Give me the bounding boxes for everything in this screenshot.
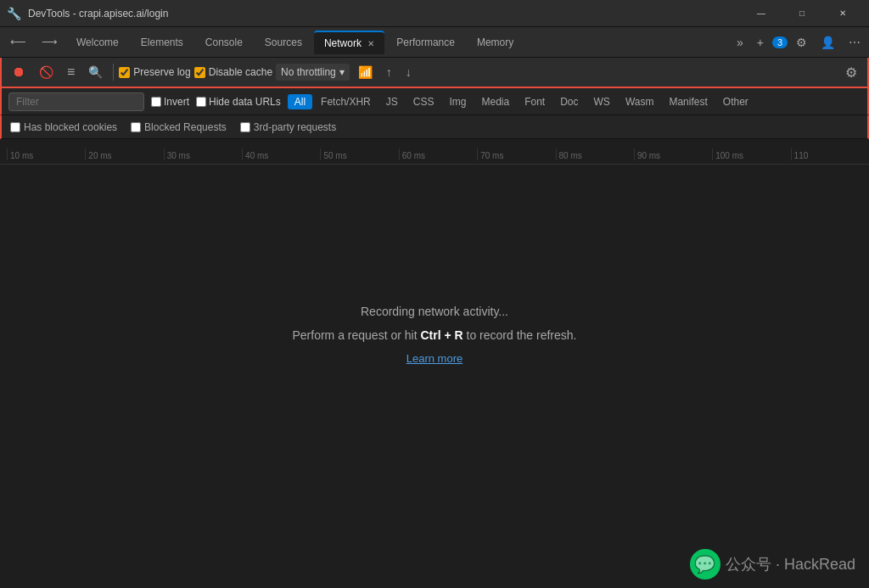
invert-checkbox-label[interactable]: All Invert xyxy=(151,96,189,108)
timeline-mark-1: 20 ms xyxy=(85,148,163,160)
hide-data-urls-checkbox[interactable] xyxy=(196,97,206,107)
close-button[interactable]: ✕ xyxy=(823,0,862,27)
filter-button[interactable]: ≡ xyxy=(62,61,80,83)
window-controls: — □ ✕ xyxy=(742,0,862,27)
hide-data-urls-checkbox-label[interactable]: Hide data URLs xyxy=(196,96,281,108)
tab-extras: » + 3 ⚙ 👤 ⋯ xyxy=(732,32,866,53)
filter-input[interactable] xyxy=(8,92,144,111)
timeline-mark-0: 10 ms xyxy=(7,148,85,160)
download-button[interactable]: ↓ xyxy=(401,62,417,82)
preserve-log-label[interactable]: Preserve log xyxy=(119,66,190,78)
filter-type-other[interactable]: Other xyxy=(716,94,755,109)
record-hint: Perform a request or hit Ctrl + R to rec… xyxy=(293,328,577,342)
timeline-mark-4: 50 ms xyxy=(320,148,398,160)
wechat-icon: 💬 xyxy=(690,549,720,580)
clear-icon: 🚫 xyxy=(39,65,53,79)
watermark-text: 公众号 · HackRead xyxy=(726,554,855,574)
upload-button[interactable]: ↑ xyxy=(381,62,397,82)
disable-cache-label[interactable]: Disable cache xyxy=(194,66,272,78)
timeline-mark-10: 110 xyxy=(791,148,869,160)
nav-forward-button[interactable]: ⟶ xyxy=(35,32,64,52)
timeline-mark-5: 60 ms xyxy=(399,148,477,160)
blocked-requests-label[interactable]: Blocked Requests xyxy=(131,121,227,133)
filter-type-font[interactable]: Font xyxy=(518,94,552,109)
watermark: 💬 公众号 · HackRead xyxy=(690,549,855,580)
timeline-mark-3: 40 ms xyxy=(242,148,320,160)
menu-button[interactable]: ⋯ xyxy=(844,32,866,53)
toolbar-divider-1 xyxy=(113,64,114,81)
search-icon: 🔍 xyxy=(88,65,103,79)
throttling-dropdown[interactable]: No throttling ▾ xyxy=(276,64,350,81)
filter-type-fetch[interactable]: Fetch/XHR xyxy=(314,94,378,109)
tab-welcome[interactable]: Welcome xyxy=(66,31,129,53)
filter-type-media[interactable]: Media xyxy=(474,94,516,109)
tab-elements[interactable]: Elements xyxy=(131,31,193,53)
tab-bar: ⟵ ⟶ Welcome Elements Console Sources Net… xyxy=(0,27,869,58)
tab-network[interactable]: Network ✕ xyxy=(314,31,384,54)
tab-console[interactable]: Console xyxy=(195,31,253,53)
wifi-icon[interactable]: 📶 xyxy=(353,62,378,82)
window-title: DevTools - crapi.apisec.ai/login xyxy=(28,8,735,20)
clear-button[interactable]: 🚫 xyxy=(34,62,59,82)
filter-type-css[interactable]: CSS xyxy=(406,94,441,109)
tab-performance[interactable]: Performance xyxy=(386,31,465,53)
add-tab-button[interactable]: + xyxy=(752,32,769,53)
settings-button[interactable]: ⚙ xyxy=(791,32,812,53)
filter-type-all[interactable]: All xyxy=(288,94,312,109)
blocked-requests-checkbox[interactable] xyxy=(131,122,141,132)
more-tabs-button[interactable]: » xyxy=(732,32,748,53)
search-button[interactable]: 🔍 xyxy=(83,62,108,82)
filter-type-wasm[interactable]: Wasm xyxy=(619,94,661,109)
filter-type-manifest[interactable]: Manifest xyxy=(662,94,714,109)
main-content: Recording network activity... Perform a … xyxy=(0,165,869,504)
checkbox-row: Has blocked cookies Blocked Requests 3rd… xyxy=(0,115,869,139)
blocked-cookies-checkbox[interactable] xyxy=(10,122,20,132)
devtools-icon: 🔧 xyxy=(7,7,21,20)
third-party-requests-label[interactable]: 3rd-party requests xyxy=(240,121,336,133)
tab-close-icon[interactable]: ✕ xyxy=(367,39,374,48)
network-settings-button[interactable]: ⚙ xyxy=(840,61,862,84)
network-toolbar: ⏺ 🚫 ≡ 🔍 Preserve log Disable cache No th… xyxy=(0,58,869,88)
timeline-mark-6: 70 ms xyxy=(477,148,555,160)
record-button[interactable]: ⏺ xyxy=(7,61,31,83)
notification-badge: 3 xyxy=(772,36,788,48)
timeline-mark-7: 80 ms xyxy=(556,148,634,160)
blocked-cookies-label[interactable]: Has blocked cookies xyxy=(10,121,117,133)
timeline-mark-2: 30 ms xyxy=(164,148,242,160)
filter-types: All Fetch/XHR JS CSS Img Media Font Doc … xyxy=(288,94,755,109)
minimize-button[interactable]: — xyxy=(742,0,781,27)
recording-text: Recording network activity... xyxy=(361,305,508,318)
filter-type-img[interactable]: Img xyxy=(442,94,473,109)
filter-type-ws[interactable]: WS xyxy=(587,94,617,109)
filter-bar: All Invert Hide data URLs All Fetch/XHR … xyxy=(0,88,869,115)
timeline-marks: 10 ms 20 ms 30 ms 40 ms 50 ms 60 ms 70 m… xyxy=(0,148,869,160)
nav-back-button[interactable]: ⟵ xyxy=(3,32,33,52)
learn-more-link[interactable]: Learn more xyxy=(406,352,463,365)
tab-sources[interactable]: Sources xyxy=(255,31,312,53)
filter-type-js[interactable]: JS xyxy=(379,94,405,109)
record-icon: ⏺ xyxy=(12,64,25,80)
filter-icon: ≡ xyxy=(67,64,75,80)
chevron-down-icon: ▾ xyxy=(339,66,345,78)
third-party-requests-checkbox[interactable] xyxy=(240,122,250,132)
invert-checkbox[interactable] xyxy=(151,97,161,107)
preserve-log-checkbox[interactable] xyxy=(119,67,130,78)
maximize-button[interactable]: □ xyxy=(782,0,821,27)
profile-button[interactable]: 👤 xyxy=(816,32,840,53)
filter-type-doc[interactable]: Doc xyxy=(553,94,585,109)
timeline-ruler: 10 ms 20 ms 30 ms 40 ms 50 ms 60 ms 70 m… xyxy=(0,139,869,165)
disable-cache-checkbox[interactable] xyxy=(194,67,205,78)
tab-memory[interactable]: Memory xyxy=(467,31,524,53)
title-bar: 🔧 DevTools - crapi.apisec.ai/login — □ ✕ xyxy=(0,0,869,27)
timeline-mark-8: 90 ms xyxy=(634,148,712,160)
timeline-mark-9: 100 ms xyxy=(712,148,790,160)
